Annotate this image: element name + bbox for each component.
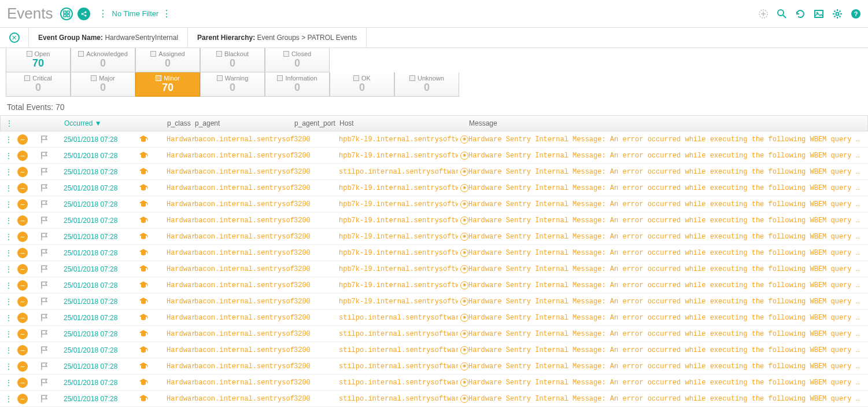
table-row[interactable]: ⋮–25/01/2018 07:28Hardwarbacon.internal.… [0,148,868,164]
flag-icon[interactable] [40,346,64,354]
row-menu-icon[interactable]: ⋮ [0,330,17,338]
severity-card-major[interactable]: Major0 [71,72,135,97]
column-menu-icon[interactable]: ⋮ [1,119,18,127]
flag-icon[interactable] [40,298,64,306]
severity-icon: – [17,183,40,193]
row-menu-icon[interactable]: ⋮ [0,281,17,289]
row-menu-icon[interactable]: ⋮ [0,395,17,403]
table-row[interactable]: ⋮–25/01/2018 07:28Hardwarbacon.internal.… [0,196,868,212]
flag-icon[interactable] [40,379,64,387]
severity-card-minor[interactable]: Minor70 [135,72,200,97]
row-menu-icon[interactable]: ⋮ [0,298,17,306]
severity-icon: – [17,199,40,210]
column-pport[interactable]: p_agent_port [294,119,339,127]
column-message[interactable]: Message [469,119,867,127]
graduation-icon [139,361,167,372]
checkbox-icon [277,75,283,81]
table-row[interactable]: ⋮–25/01/2018 07:28Hardwarbacon.internal.… [0,212,868,229]
cell-occurred: 25/01/2018 07:28 [64,395,139,403]
row-menu-icon[interactable]: ⋮ [0,217,17,225]
search-icon[interactable] [777,9,787,19]
flag-icon[interactable] [40,152,64,160]
column-host[interactable]: Host [339,119,469,127]
flag-icon[interactable] [40,200,64,208]
row-menu-icon[interactable]: ⋮ [0,168,17,176]
close-icon[interactable]: ✕ [9,32,20,43]
flag-icon[interactable] [40,217,64,225]
flag-icon[interactable] [40,249,64,257]
asterisk-icon: ✱ [460,200,468,208]
row-menu-icon[interactable]: ⋮ [0,249,17,257]
row-menu-icon[interactable]: ⋮ [0,362,17,371]
cell-host: stilpo.internal.sentrysoftware.✱ [339,379,468,387]
cell-pport: 3200 [294,200,339,208]
row-menu-icon[interactable]: ⋮ [0,184,17,192]
flag-icon[interactable] [40,395,64,403]
column-pagent[interactable]: p_agent [195,119,294,127]
row-menu-icon[interactable]: ⋮ [0,379,17,387]
table-row[interactable]: ⋮–25/01/2018 07:28Hardwarbacon.internal.… [0,261,868,277]
column-pclass[interactable]: p_class [167,119,195,127]
header-menu-icon[interactable]: ⋮ [98,8,108,19]
table-row[interactable]: ⋮–25/01/2018 07:28Hardwarbacon.internal.… [0,131,868,148]
severity-label: OK [353,75,371,82]
status-card-blackout[interactable]: Blackout0 [200,48,265,72]
add-icon[interactable] [758,9,769,19]
row-menu-icon[interactable]: ⋮ [0,346,17,354]
refresh-icon[interactable] [795,9,806,19]
table-row[interactable]: ⋮–25/01/2018 07:28Hardwarbacon.internal.… [0,245,868,261]
time-filter-label[interactable]: No Time Filter [112,9,159,18]
severity-card-ok[interactable]: OK0 [330,72,394,97]
flag-icon[interactable] [40,281,64,289]
svg-rect-1 [67,11,69,13]
table-row[interactable]: ⋮–25/01/2018 07:28Hardwarbacon.internal.… [0,277,868,294]
flag-icon[interactable] [40,184,64,192]
row-menu-icon[interactable]: ⋮ [0,265,17,273]
svg-rect-0 [64,11,66,13]
row-menu-icon[interactable]: ⋮ [0,135,17,144]
table-row[interactable]: ⋮–25/01/2018 07:28Hardwarbacon.internal.… [0,326,868,342]
table-row[interactable]: ⋮–25/01/2018 07:28Hardwarbacon.internal.… [0,294,868,310]
severity-card-warning[interactable]: Warning0 [200,72,265,97]
checkbox-icon [27,51,32,57]
table-row[interactable]: ⋮–25/01/2018 07:28Hardwarbacon.internal.… [0,358,868,375]
status-card-closed[interactable]: Closed0 [265,48,330,72]
severity-count: 70 [162,82,173,94]
flag-icon[interactable] [40,362,64,371]
table-row[interactable]: ⋮–25/01/2018 07:28Hardwarbacon.internal.… [0,391,868,407]
dashboard-icon[interactable] [60,8,73,20]
table-row[interactable]: ⋮–25/01/2018 07:28Hardwarbacon.internal.… [0,342,868,358]
settings-icon[interactable] [832,9,843,19]
cell-host: hpb7k-l9.internal.sentrysoftwa✱ [339,200,468,208]
flag-icon[interactable] [40,135,64,144]
status-card-assigned[interactable]: Assigned0 [135,48,200,72]
filter-menu-icon[interactable]: ⋮ [162,8,171,19]
cell-message: Hardware Sentry Internal Message: An err… [468,200,868,208]
table-row[interactable]: ⋮–25/01/2018 07:28Hardwarbacon.internal.… [0,229,868,245]
row-menu-icon[interactable]: ⋮ [0,152,17,160]
severity-card-information[interactable]: Information0 [265,72,330,97]
share-icon[interactable] [77,8,90,20]
table-row[interactable]: ⋮–25/01/2018 07:28Hardwarbacon.internal.… [0,310,868,326]
image-icon[interactable] [814,9,824,19]
help-icon[interactable]: ? [851,9,861,19]
flag-icon[interactable] [40,330,64,338]
table-row[interactable]: ⋮–25/01/2018 07:28Hardwarbacon.internal.… [0,375,868,391]
flag-icon[interactable] [40,265,64,273]
row-menu-icon[interactable]: ⋮ [0,314,17,322]
table-row[interactable]: ⋮–25/01/2018 07:28Hardwarbacon.internal.… [0,164,868,180]
flag-icon[interactable] [40,314,64,322]
flag-icon[interactable] [40,168,64,176]
status-card-acknowledged[interactable]: Acknowledged0 [71,48,135,72]
table-row[interactable]: ⋮–25/01/2018 07:28Hardwarbacon.internal.… [0,180,868,196]
flag-icon[interactable] [40,233,64,241]
cell-occurred: 25/01/2018 07:28 [64,265,139,273]
row-menu-icon[interactable]: ⋮ [0,200,17,208]
severity-card-critical[interactable]: Critical0 [6,72,71,97]
cell-message: Hardware Sentry Internal Message: An err… [468,265,868,273]
row-menu-icon[interactable]: ⋮ [0,233,17,241]
status-card-open[interactable]: Open70 [6,48,71,72]
asterisk-icon: ✱ [460,395,468,403]
severity-card-unknown[interactable]: Unknown0 [394,72,459,97]
column-occurred[interactable]: Occurred ▼ [64,119,139,127]
